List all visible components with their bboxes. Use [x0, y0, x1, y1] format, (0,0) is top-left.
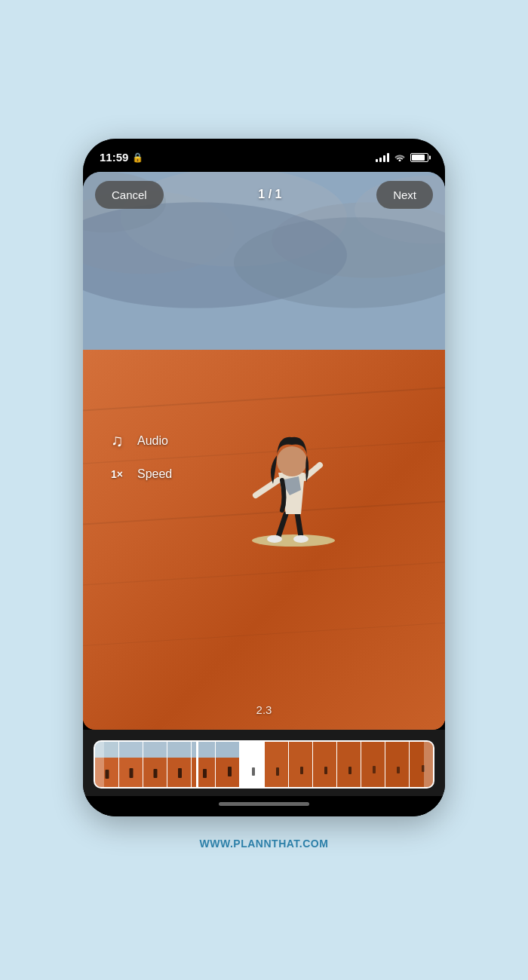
speed-icon: 1× [106, 467, 128, 479]
data-icon: 🔒 [132, 152, 143, 163]
phone-frame: 11:59 🔒 [83, 139, 445, 816]
cancel-button[interactable]: Cancel [95, 181, 164, 209]
wifi-icon [394, 152, 406, 164]
page-wrapper: 11:59 🔒 [0, 109, 528, 872]
status-bar: 11:59 🔒 [83, 139, 445, 172]
signal-icon [376, 153, 389, 162]
timeline-playhead[interactable] [196, 742, 198, 787]
status-time: 11:59 🔒 [100, 151, 143, 164]
speed-control[interactable]: 1× Speed [106, 467, 172, 480]
timeline-left-bracket[interactable] [95, 742, 104, 787]
timeline-frame [289, 742, 312, 787]
audio-control[interactable]: ♫ Audio [106, 430, 172, 450]
video-container: Cancel 1 / 1 Next ♫ Audio 1× Speed [83, 172, 445, 730]
timeline-frame [385, 742, 409, 787]
audio-label: Audio [137, 433, 168, 447]
timeline-frame [143, 742, 167, 787]
timeline-frame [119, 742, 143, 787]
home-indicator-area [83, 796, 445, 816]
time-display: 11:59 [100, 151, 128, 164]
timeline-frame [216, 742, 239, 787]
timeline-frame [313, 742, 336, 787]
timestamp-display: 2.3 [256, 703, 272, 716]
phone-screen: Cancel 1 / 1 Next ♫ Audio 1× Speed [83, 172, 445, 816]
status-icons [376, 152, 428, 164]
timeline-frames [95, 742, 433, 787]
page-indicator: 1 / 1 [258, 188, 281, 201]
speed-label: Speed [137, 467, 172, 480]
audio-icon: ♫ [106, 430, 128, 450]
website-label: WWW.PLANNTHAT.COM [200, 838, 329, 850]
battery-icon [410, 153, 428, 162]
controls-overlay: ♫ Audio 1× Speed [106, 430, 172, 497]
timeline-right-bracket[interactable] [424, 742, 433, 787]
timeline-strip[interactable] [94, 740, 434, 789]
next-button[interactable]: Next [376, 181, 433, 209]
top-bar: Cancel 1 / 1 Next [83, 181, 445, 209]
timeline-area[interactable] [83, 730, 445, 796]
timeline-frame [240, 742, 263, 787]
timeline-frame [337, 742, 361, 787]
video-overlay: Cancel 1 / 1 Next ♫ Audio 1× Speed [83, 172, 445, 730]
timeline-frame [361, 742, 385, 787]
timeline-frame [192, 742, 215, 787]
timeline-frame [167, 742, 191, 787]
timeline-frame [265, 742, 288, 787]
home-indicator [219, 802, 309, 806]
